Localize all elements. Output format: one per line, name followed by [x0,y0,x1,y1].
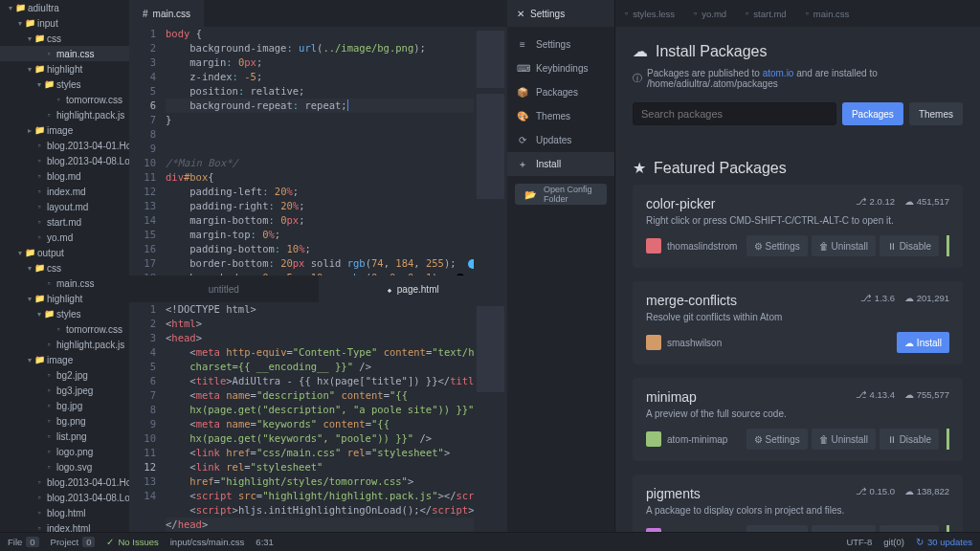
tree-folder[interactable]: ▾📁adiultra [0,0,129,15]
tree-folder[interactable]: ▾📁css [0,260,129,276]
themes-toggle[interactable]: Themes [909,102,963,125]
tree-file[interactable]: ▫blog.html [0,505,129,520]
tree-folder[interactable]: ▾📁styles [0,77,129,92]
folder-icon: 📁 [44,79,54,89]
tree-file[interactable]: ▫bg2.jpg [0,367,129,383]
package-author[interactable]: atom-minimap [646,431,727,447]
tab-page-html[interactable]: ⬥ page.html [319,276,508,302]
editor-top[interactable]: 123456789101112131415161718 body { backg… [129,27,507,276]
tree-folder[interactable]: ▾📁input [0,15,129,31]
status-project[interactable]: Project 0 [51,537,96,547]
status-path[interactable]: input/css/main.css [170,537,245,547]
package-title[interactable]: pigments [646,486,701,501]
status-encoding[interactable]: UTF-8 [846,537,872,547]
tree-file[interactable]: ▫highlight.pack.js [0,107,129,122]
tree-folder[interactable]: ▾📁highlight [0,61,129,77]
package-author[interactable]: smashwilson [646,335,722,350]
star-icon: ★ [633,159,646,177]
tree-file[interactable]: ▫blog.md [0,168,129,184]
file-icon: ▫ [34,202,44,211]
tree-folder[interactable]: ▸📁image [0,122,129,138]
file-tree[interactable]: ▾📁adiultra▾📁input▾📁css▫main.css▾📁highlig… [0,0,129,551]
search-input[interactable] [633,102,836,125]
folder-icon: 📁 [34,263,44,273]
tree-file[interactable]: ▫index.md [0,184,129,199]
tree-file[interactable]: ▫highlight.pack.js [0,337,129,352]
minimap[interactable] [474,302,507,551]
tree-file[interactable]: ▫logo.png [0,444,129,459]
tab-bar-bottom: untitled ⬥ page.html [129,276,507,302]
tree-file[interactable]: ▫logo.svg [0,459,129,474]
version-badge: ⎇ 2.0.12 [856,196,895,207]
tree-folder[interactable]: ▾📁styles [0,306,129,321]
settings-nav-packages[interactable]: 📦Packages [507,80,614,104]
tree-file[interactable]: ▫blog.2013-04-01.Holy_Gr... [0,138,129,153]
editor-bottom[interactable]: 1234567891011121314 <!DOCTYPE html> <htm… [129,302,507,551]
tab-main-css[interactable]: # main.css [129,0,204,27]
minimap[interactable] [474,27,507,276]
tree-file[interactable]: ▫list.png [0,429,129,444]
folder-icon: 📁 [34,64,44,74]
tree-folder[interactable]: ▾📁css [0,31,129,46]
settings-nav-settings[interactable]: ≡Settings [507,33,614,56]
uninstall-button[interactable]: 🗑 Uninstall [812,429,876,450]
status-cursor[interactable]: 6:31 [256,537,274,547]
install-button[interactable]: ☁ Install [897,332,949,353]
settings-nav-keybindings[interactable]: ⌨Keybindings [507,56,614,80]
settings-nav-themes[interactable]: 🎨Themes [507,104,614,128]
tree-file[interactable]: ▫yo.md [0,230,129,245]
status-git[interactable]: git(0) [883,537,904,547]
package-description: A package to display colors in project a… [646,505,949,516]
uninstall-button[interactable]: 🗑 Uninstall [812,235,876,256]
tab-untitled[interactable]: untitled [129,276,319,302]
file-icon: ▫ [44,49,54,58]
settings-button[interactable]: ⚙ Settings [746,235,808,256]
settings-tab-file[interactable]: ▫start.md [736,0,796,27]
tree-file[interactable]: ▫start.md [0,214,129,230]
tree-file[interactable]: ▫tomorrow.css [0,321,129,337]
settings-tab-file[interactable]: ▫styles.less [615,0,684,27]
tree-file[interactable]: ▫main.css [0,46,129,61]
settings-nav-updates[interactable]: ⟳Updates [507,128,614,152]
disable-button[interactable]: ⏸ Disable [880,235,939,256]
status-bar: File 0 Project 0 ✓ No Issues input/css/m… [0,532,980,551]
settings-nav-open-config-folder[interactable]: 📂Open Config Folder [515,184,607,205]
file-icon: ▫ [34,187,44,196]
settings-tab-file[interactable]: ▫yo.md [684,0,736,27]
file-icon: ▫ [34,171,44,181]
tree-file[interactable]: ▫blog.2013-04-01.Holy_Gr... [0,474,129,490]
tree-file[interactable]: ▫bg.png [0,413,129,429]
tree-file[interactable]: ▫blog.2013-04-08.Lorem_I... [0,153,129,168]
code[interactable]: body { background-image: url(../image/bg… [166,27,474,276]
tree-file[interactable]: ▫layout.md [0,199,129,214]
tree-folder[interactable]: ▾📁output [0,245,129,260]
status-issues[interactable]: ✓ No Issues [106,537,158,547]
packages-toggle[interactable]: Packages [842,102,903,125]
avatar [646,431,661,447]
file-icon: ▫ [34,508,44,518]
package-title[interactable]: minimap [646,389,697,405]
status-updates[interactable]: ↻ 30 updates [916,537,972,547]
settings-button[interactable]: ⚙ Settings [746,429,808,450]
package-description: Right click or press CMD-SHIFT-C/CTRL-AL… [646,215,949,226]
tree-file[interactable]: ▫bg3.jpeg [0,383,129,398]
tree-file[interactable]: ▫blog.2013-04-08.Lorem_I... [0,490,129,505]
tree-folder[interactable]: ▾📁image [0,352,129,367]
package-title[interactable]: merge-conflicts [646,293,737,308]
settings-main-tab[interactable]: ✕ Settings [507,0,614,27]
settings-tab-file[interactable]: ▫main.css [796,0,859,27]
status-file[interactable]: File 0 [8,537,39,547]
tree-folder[interactable]: ▾📁highlight [0,291,129,306]
atom-io-link[interactable]: atom.io [763,68,794,78]
tree-file[interactable]: ▫bg.jpg [0,398,129,413]
tree-file[interactable]: ▫tomorrow.css [0,92,129,107]
code[interactable]: <!DOCTYPE html> <html> <head> <meta http… [166,302,474,551]
disable-button[interactable]: ⏸ Disable [880,429,939,450]
gutter: 123456789101112131415161718 [129,27,166,276]
cloud-down-icon: ☁ [633,42,648,60]
package-title[interactable]: color-picker [646,196,715,211]
folder-icon: 📁 [34,294,44,303]
settings-nav-install[interactable]: ＋Install [507,152,614,176]
tree-file[interactable]: ▫main.css [0,276,129,291]
package-author[interactable]: thomaslindstrom [646,238,737,253]
